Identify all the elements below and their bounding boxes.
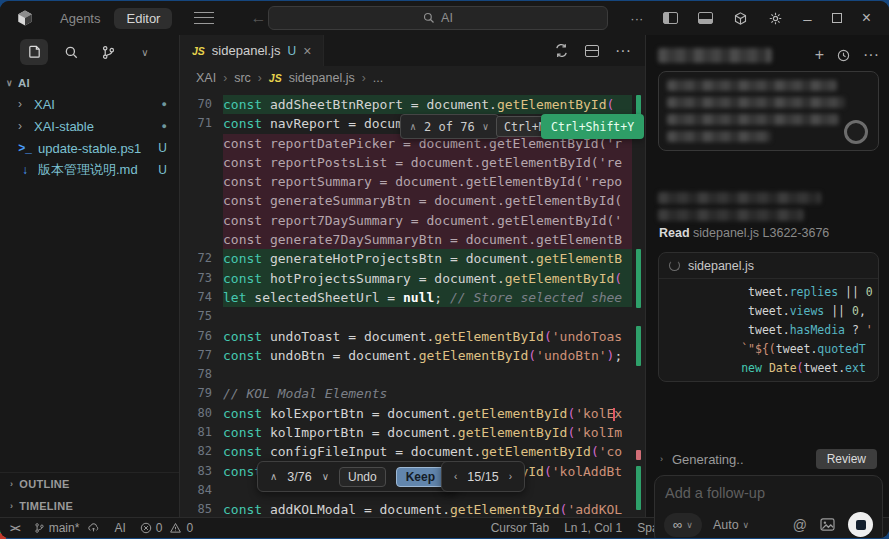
chevron-down-icon: ∨	[6, 78, 13, 88]
code-line[interactable]: 76const undoToast = document.getElementB…	[180, 327, 645, 346]
menu-icon[interactable]	[194, 12, 214, 24]
editor-tab-sidepanel[interactable]: JS sidepanel.js U ×	[180, 35, 324, 66]
breadcrumb-item[interactable]: ...	[373, 71, 383, 85]
token: tweet.	[665, 304, 790, 318]
token: generateHotProjectsBtn = document.	[262, 251, 536, 266]
code-line[interactable]: 73const hotProjectsSummary = document.ge…	[180, 269, 645, 288]
ruler-added-mark	[636, 249, 641, 308]
expand-chevron-icon[interactable]: ›	[660, 454, 663, 464]
code-line[interactable]: 81const kolImportBtn = document.getEleme…	[180, 423, 645, 442]
prev-change-icon[interactable]: ∧	[270, 471, 277, 482]
review-button[interactable]: Review	[816, 449, 877, 469]
cursor-tab-item[interactable]: Cursor Tab	[491, 521, 549, 535]
ai-status-item[interactable]: AI	[114, 521, 125, 535]
sidebar-item-XAI[interactable]: ›XAI●	[0, 93, 179, 115]
panel-more-icon[interactable]: ···	[863, 46, 879, 64]
token: getElementById	[505, 271, 615, 286]
file-card-header[interactable]: sidepanel.js	[659, 253, 878, 279]
toggle-sidebar-icon[interactable]	[663, 12, 678, 24]
sidebar-item-XAI-stable[interactable]: ›XAI-stable●	[0, 115, 179, 137]
tab-agents[interactable]: Agents	[60, 11, 100, 26]
line-content	[223, 365, 632, 384]
code-line[interactable]: const generateSummaryBtn = document.getE…	[180, 191, 645, 210]
window-maximize-button[interactable]	[832, 13, 842, 23]
code-line[interactable]: const reportPostsList = document.getElem…	[180, 153, 645, 172]
record-button[interactable]	[844, 120, 868, 144]
search-input[interactable]: AI	[268, 6, 608, 30]
tree-root[interactable]: ∨ AI	[0, 73, 179, 93]
sidebar-item-update-stable.ps1[interactable]: >_update-stable.ps1U	[0, 137, 179, 159]
warning-icon	[169, 522, 182, 534]
prev-match-icon[interactable]: ∧	[410, 121, 416, 132]
code-line[interactable]: 82const configFileInput = document.getEl…	[180, 442, 645, 461]
model-selector[interactable]: Auto ∨	[713, 518, 749, 532]
code-line[interactable]: const report7DaySummary = document.getEl…	[180, 211, 645, 230]
code-line[interactable]: 74let selectedSheetUrl = null; // Store …	[180, 288, 645, 307]
agent-mode-selector[interactable]: ∞ ∨	[664, 513, 702, 537]
more-icon[interactable]: ···	[630, 11, 643, 26]
read-target[interactable]: sidepanel.js L3622-3676	[693, 226, 829, 240]
sidebar-item-版本管理说明.md[interactable]: ↓版本管理说明.mdU	[0, 159, 179, 181]
compare-changes-icon[interactable]	[554, 43, 569, 58]
cursor-position-item[interactable]: Ln 1, Col 1	[564, 521, 622, 535]
code-line[interactable]: 77const undoBtn = document.getElementByI…	[180, 346, 645, 365]
toggle-panel-icon[interactable]	[698, 12, 713, 24]
history-clock-icon[interactable]	[837, 49, 850, 62]
undo-button[interactable]: Undo	[339, 467, 386, 487]
code-line[interactable]: 85const addKOLModal = document.getElemen…	[180, 500, 645, 517]
next-match-icon[interactable]: ∨	[483, 121, 489, 132]
mention-icon[interactable]: @	[793, 517, 807, 533]
token: const	[223, 502, 262, 517]
breadcrumb-item[interactable]: XAI	[196, 71, 216, 85]
keep-button[interactable]: Keep	[396, 467, 445, 487]
new-chat-icon[interactable]: +	[815, 46, 824, 64]
token: selectedSheetUrl =	[246, 290, 403, 305]
token: getElementById	[419, 348, 529, 363]
code-line[interactable]: 80const kolExportBtn = document.getEleme…	[180, 404, 645, 423]
code-line[interactable]: 75	[180, 307, 645, 326]
unsaved-dot-badge: ●	[162, 121, 167, 131]
cursor-cube-icon[interactable]	[733, 11, 748, 26]
token: kolExportBtn = document.	[262, 406, 458, 421]
code-line[interactable]: const reportSummary = document.getElemen…	[180, 172, 645, 191]
git-branch-item[interactable]: main*	[34, 521, 101, 535]
problems-item[interactable]: 0 0	[140, 521, 193, 535]
stop-button[interactable]	[848, 512, 873, 537]
code-line[interactable]: 70const addSheetBtnReport = document.get…	[180, 95, 645, 114]
window-minimize-button[interactable]: –	[803, 10, 811, 27]
editor-more-icon[interactable]: ···	[615, 42, 631, 60]
explorer-icon[interactable]	[20, 39, 48, 65]
outline-section[interactable]: › OUTLINE	[0, 473, 179, 495]
token: 'undoToas	[552, 329, 622, 344]
views-chevron-icon[interactable]: ∨	[131, 39, 159, 65]
token	[762, 361, 769, 375]
back-icon[interactable]: ←	[250, 9, 266, 27]
model-label: Auto	[713, 518, 739, 532]
breadcrumb-item[interactable]: sidepanel.js	[289, 71, 355, 85]
remote-indicator[interactable]: ><	[10, 523, 20, 534]
app-window: Agents Editor ← → AI ··· –	[0, 1, 889, 538]
redacted-text	[667, 97, 845, 108]
window-close-button[interactable]: ×	[862, 9, 871, 27]
prev-file-icon[interactable]: ‹	[454, 471, 457, 482]
settings-gear-icon[interactable]	[768, 11, 783, 26]
code-line[interactable]: const generate7DaySummaryBtn = document.…	[180, 230, 645, 249]
code-area[interactable]: 70const addSheetBtnReport = document.get…	[180, 90, 645, 517]
source-control-icon[interactable]	[94, 39, 122, 65]
tab-editor[interactable]: Editor	[114, 8, 172, 29]
search-panel-icon[interactable]	[57, 39, 85, 65]
followup-input[interactable]: Add a follow-up ∞ ∨ Auto ∨ @	[654, 475, 883, 538]
timeline-section[interactable]: › TIMELINE	[0, 495, 179, 517]
next-file-icon[interactable]: ›	[509, 471, 512, 482]
attach-image-icon[interactable]	[820, 518, 835, 531]
tab-close-icon[interactable]: ×	[303, 43, 311, 59]
search-icon	[423, 12, 435, 24]
breadcrumb-item[interactable]: src	[234, 71, 251, 85]
next-change-icon[interactable]: ∨	[322, 471, 329, 482]
read-status: Read sidepanel.js L3622-3676	[659, 226, 829, 240]
code-line[interactable]: 79// KOL Modal Elements	[180, 384, 645, 403]
split-editor-icon[interactable]	[585, 45, 599, 57]
code-line[interactable]: 78	[180, 365, 645, 384]
keyhint-accept[interactable]: Ctrl+Shift+Y	[541, 114, 644, 139]
code-line[interactable]: 72const generateHotProjectsBtn = documen…	[180, 249, 645, 268]
